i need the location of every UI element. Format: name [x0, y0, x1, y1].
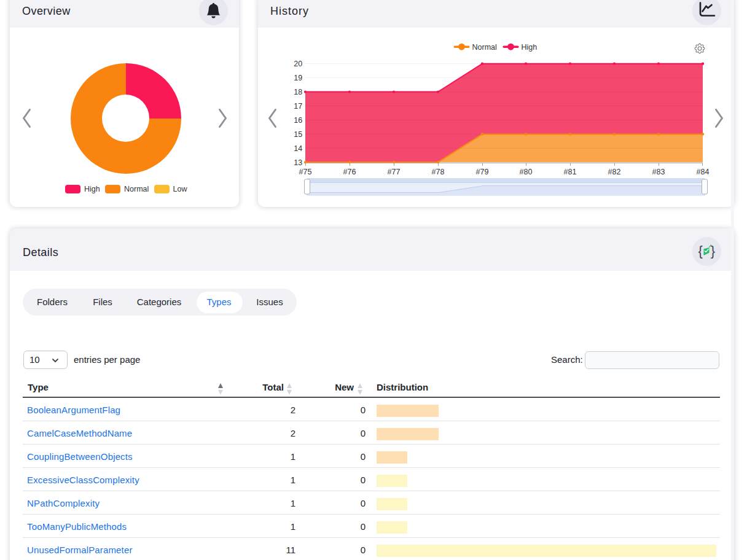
svg-text:Normal: Normal [472, 43, 497, 52]
svg-text:13: 13 [294, 158, 302, 167]
svg-text:17: 17 [294, 102, 302, 111]
svg-text:#81: #81 [564, 168, 577, 176]
svg-text:18: 18 [294, 88, 302, 96]
svg-text:#80: #80 [520, 168, 533, 176]
svg-text:#77: #77 [388, 168, 401, 176]
svg-text:14: 14 [294, 144, 302, 153]
svg-text:20: 20 [294, 60, 302, 68]
svg-text:#82: #82 [608, 168, 621, 176]
svg-text:#75: #75 [299, 168, 312, 176]
svg-text:15: 15 [294, 130, 302, 139]
svg-text:#79: #79 [476, 168, 489, 176]
svg-text:High: High [522, 43, 538, 52]
svg-text:19: 19 [294, 74, 302, 82]
svg-text:#76: #76 [343, 168, 356, 176]
svg-text:#83: #83 [652, 168, 665, 176]
svg-text:#84: #84 [697, 168, 710, 176]
svg-text:#78: #78 [432, 168, 445, 176]
svg-text:16: 16 [294, 116, 302, 125]
